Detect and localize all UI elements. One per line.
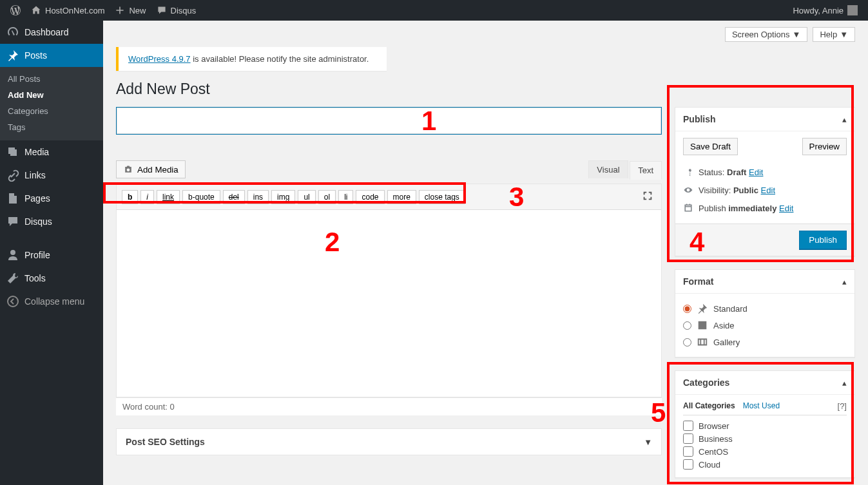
menu-links[interactable]: Links [0, 164, 103, 187]
comment-icon [157, 5, 167, 15]
format-radio-standard[interactable] [683, 305, 691, 313]
update-notice: WordPress 4.9.7 is available! Please not… [116, 47, 387, 71]
disqus-bar[interactable]: Disqus [151, 0, 202, 21]
categories-box-toggle[interactable]: ▴ [842, 378, 847, 388]
menu-disqus[interactable]: Disqus [0, 210, 103, 233]
format-radio-aside[interactable] [683, 321, 691, 330]
category-centos[interactable]: CentOS [683, 445, 847, 458]
format-radio-gallery[interactable] [683, 338, 691, 347]
dashboard-icon [6, 26, 19, 39]
quicktag-img[interactable]: img [271, 190, 295, 204]
quicktag-ins[interactable]: ins [247, 190, 269, 204]
quicktag-del[interactable]: del [223, 190, 245, 204]
category-checkbox-business[interactable] [683, 433, 693, 444]
edit-schedule-link[interactable]: Edit [779, 204, 793, 213]
tab-visual[interactable]: Visual [588, 160, 628, 178]
tab-text[interactable]: Text [630, 161, 662, 180]
category-browser[interactable]: Browser [683, 419, 847, 432]
page-title: Add New Post [116, 81, 855, 98]
quicktag-i[interactable]: i [140, 190, 154, 204]
word-count: Word count: 0 [116, 397, 662, 415]
account-link[interactable]: Howdy, Annie [787, 0, 863, 21]
seo-panel[interactable]: Post SEO Settings ▼ [116, 428, 662, 455]
edit-visibility-link[interactable]: Edit [761, 185, 775, 195]
quicktag-ul[interactable]: ul [298, 190, 315, 204]
category-checkbox-browser[interactable] [683, 421, 693, 431]
post-title-input[interactable] [117, 108, 661, 134]
page-icon [6, 192, 19, 205]
quicktag-li[interactable]: li [338, 190, 353, 204]
gallery-icon [697, 336, 708, 348]
svg-rect-0 [847, 5, 858, 15]
pin-icon [6, 49, 19, 62]
editor-textarea[interactable] [117, 210, 661, 397]
format-standard[interactable]: Standard [683, 300, 847, 317]
quicktag-b-quote[interactable]: b-quote [182, 190, 220, 204]
menu-dashboard[interactable]: Dashboard [0, 21, 103, 44]
menu-media[interactable]: Media [0, 140, 103, 164]
quicktag-close-tags[interactable]: close tags [419, 190, 465, 204]
key-icon [683, 167, 693, 177]
submenu-tags[interactable]: Tags [0, 119, 103, 135]
wp-update-link[interactable]: WordPress 4.9.7 [128, 54, 191, 64]
category-checkbox-centos[interactable] [683, 446, 693, 457]
svg-point-1 [8, 296, 18, 307]
new-content[interactable]: New [110, 0, 151, 21]
submenu-categories[interactable]: Categories [0, 103, 103, 119]
menu-tools[interactable]: Tools [0, 267, 103, 290]
add-media-button[interactable]: Add Media [116, 160, 186, 178]
format-box-toggle[interactable]: ▴ [842, 277, 847, 287]
quicktag-ol[interactable]: ol [318, 190, 336, 204]
preview-button[interactable]: Preview [802, 138, 847, 155]
category-business[interactable]: Business [683, 432, 847, 445]
menu-posts[interactable]: Posts [0, 44, 103, 67]
quicktag-code[interactable]: code [356, 190, 384, 204]
format-aside[interactable]: Aside [683, 317, 847, 334]
fullscreen-button[interactable] [639, 187, 656, 206]
menu-profile[interactable]: Profile [0, 243, 103, 267]
user-icon [6, 249, 19, 262]
collapse-icon [6, 295, 19, 308]
format-box: Format ▴ StandardAsideGallery [675, 269, 855, 357]
publish-box: Publish ▴ Save Draft Preview Status: Dra… [675, 107, 855, 256]
collapse-menu[interactable]: Collapse menu [0, 290, 103, 313]
save-draft-button[interactable]: Save Draft [683, 138, 738, 155]
media-icon [6, 146, 19, 158]
cat-tab-all[interactable]: All Categories [683, 401, 735, 411]
eye-icon [683, 185, 693, 195]
seo-panel-title: Post SEO Settings [126, 437, 205, 447]
wp-logo[interactable] [5, 0, 26, 21]
screen-options-button[interactable]: Screen Options ▼ [725, 27, 807, 42]
fullscreen-icon [642, 190, 653, 202]
quicktag-b[interactable]: b [122, 190, 138, 204]
cat-tab-most-used[interactable]: Most Used [743, 401, 780, 411]
camera-icon [123, 164, 133, 175]
categories-box: Categories ▴ All Categories Most Used [?… [675, 370, 855, 478]
avatar-icon [847, 5, 858, 15]
edit-status-link[interactable]: Edit [749, 167, 763, 177]
format-gallery[interactable]: Gallery [683, 334, 847, 350]
submenu-all-posts[interactable]: All Posts [0, 71, 103, 87]
publish-button[interactable]: Publish [799, 231, 847, 249]
category-checkbox-cloud[interactable] [683, 459, 693, 470]
quicktag-more[interactable]: more [387, 190, 416, 204]
wrench-icon [6, 272, 19, 285]
link-icon [6, 169, 19, 182]
pin-icon [697, 303, 708, 314]
plus-icon [115, 5, 125, 15]
seo-toggle[interactable]: ▼ [644, 437, 652, 447]
cat-help[interactable]: [?] [838, 401, 847, 411]
aside-icon [697, 319, 708, 331]
home-icon [31, 5, 41, 15]
publish-box-toggle[interactable]: ▴ [842, 115, 847, 124]
site-name: HostOnNet.com [45, 6, 104, 15]
comment-icon [6, 215, 19, 228]
quicktag-link[interactable]: link [157, 190, 180, 204]
site-link[interactable]: HostOnNet.com [26, 0, 110, 21]
help-button[interactable]: Help ▼ [813, 27, 855, 42]
calendar-icon [683, 203, 693, 213]
category-cloud[interactable]: Cloud [683, 458, 847, 471]
menu-pages[interactable]: Pages [0, 187, 103, 210]
submenu-add-new[interactable]: Add New [0, 87, 103, 103]
